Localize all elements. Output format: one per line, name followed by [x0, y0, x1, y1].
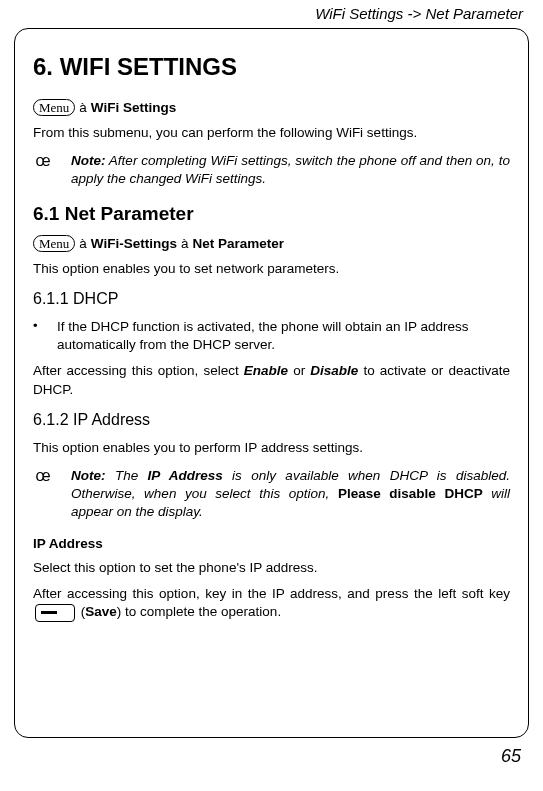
breadcrumb-wifi-settings: Menuà WiFi Settings — [33, 99, 510, 116]
enable-label: Enable — [244, 363, 288, 378]
net-param-paragraph: This option enables you to set network p… — [33, 260, 510, 278]
note-label: Note: — [71, 468, 106, 483]
ip-address-bold: IP Address — [148, 468, 223, 483]
note-block-1: œ Note: After completing WiFi settings, … — [33, 152, 510, 188]
breadcrumb-part2: Net Parameter — [193, 236, 285, 251]
breadcrumb-net-parameter: Menuà WiFi-Settingsà Net Parameter — [33, 235, 510, 252]
heading-wifi-settings: 6. WIFI SETTINGS — [33, 53, 510, 81]
text: After accessing this option, select — [33, 363, 244, 378]
menu-pill-icon: Menu — [33, 235, 75, 252]
text: ) to complete the operation. — [117, 604, 281, 619]
bullet-dhcp: • If the DHCP function is activated, the… — [33, 318, 510, 354]
note-text: Note: The IP Address is only available w… — [71, 467, 510, 522]
arrow-icon: à — [79, 100, 87, 115]
subheading-ip-address: IP Address — [33, 536, 510, 551]
content-frame: 6. WIFI SETTINGS Menuà WiFi Settings Fro… — [14, 28, 529, 738]
note-body: After completing WiFi settings, switch t… — [71, 153, 510, 186]
bullet-icon: • — [33, 318, 45, 354]
header-breadcrumb: WiFi Settings -> Net Parameter — [14, 5, 529, 22]
note-label: Note: — [71, 153, 106, 168]
save-label: Save — [85, 604, 117, 619]
breadcrumb-part1: WiFi-Settings — [91, 236, 177, 251]
text: The — [106, 468, 148, 483]
text: After accessing this option, key in the … — [33, 586, 510, 601]
text: or — [288, 363, 310, 378]
keyin-paragraph: After accessing this option, key in the … — [33, 585, 510, 622]
softkey-icon — [35, 604, 75, 622]
heading-dhcp: 6.1.1 DHCP — [33, 290, 510, 308]
ip-intro-paragraph: This option enables you to perform IP ad… — [33, 439, 510, 457]
note-marker-icon: œ — [33, 467, 53, 522]
note-marker-icon: œ — [33, 152, 53, 188]
heading-ip-address: 6.1.2 IP Address — [33, 411, 510, 429]
breadcrumb-tail: WiFi Settings — [91, 100, 176, 115]
dhcp-action-paragraph: After accessing this option, select Enab… — [33, 362, 510, 398]
note-text: Note: After completing WiFi settings, sw… — [71, 152, 510, 188]
intro-paragraph: From this submenu, you can perform the f… — [33, 124, 510, 142]
page: WiFi Settings -> Net Parameter 6. WIFI S… — [0, 0, 543, 791]
menu-pill-icon: Menu — [33, 99, 75, 116]
heading-net-parameter: 6.1 Net Parameter — [33, 203, 510, 225]
note-block-2: œ Note: The IP Address is only available… — [33, 467, 510, 522]
disable-dhcp-bold: Please disable DHCP — [338, 486, 483, 501]
bullet-text: If the DHCP function is activated, the p… — [57, 318, 510, 354]
page-number: 65 — [14, 746, 529, 767]
arrow-icon: à — [79, 236, 87, 251]
disable-label: Disable — [310, 363, 358, 378]
select-ip-paragraph: Select this option to set the phone's IP… — [33, 559, 510, 577]
arrow-icon: à — [181, 236, 189, 251]
